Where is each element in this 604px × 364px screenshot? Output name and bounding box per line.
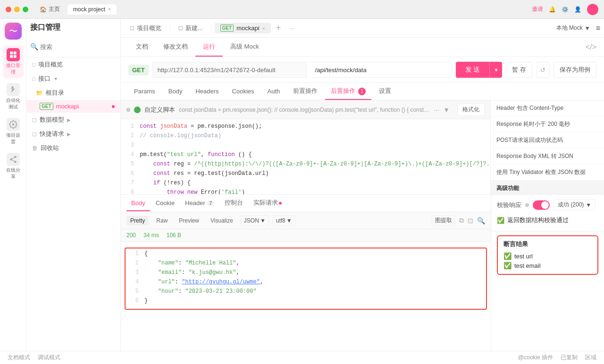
snippet-content-type[interactable]: Header 包含 Content-Type [491, 100, 604, 116]
tab-get-mockapi[interactable]: GET mockapi × [215, 23, 271, 33]
region-btn[interactable]: 区域 [585, 354, 596, 362]
snippet-post-status[interactable]: POST请求返回成功状态码 [491, 132, 604, 149]
tab-more-button[interactable]: ··· [286, 23, 299, 33]
resp-tab-console[interactable]: 控制台 [220, 195, 248, 212]
resp-format-raw[interactable]: Raw [152, 216, 171, 225]
search-icon[interactable]: 🔍 [477, 217, 485, 224]
sidebar-item-api[interactable]: 接口管理 [3, 45, 24, 78]
doc-mode-btn[interactable]: 文档模式 [8, 354, 30, 362]
trash-icon: 🗑 [32, 145, 38, 151]
settings-icon[interactable]: ⚙️ [562, 6, 569, 13]
tab-project-overview[interactable]: □ 项目概览 [125, 22, 167, 34]
tab-doc[interactable]: 文档 [128, 38, 156, 57]
req-tab-auth[interactable]: Auth [262, 84, 286, 99]
tab-divider-1 [170, 25, 170, 32]
script-collapse-icon[interactable]: ▼ [443, 106, 450, 114]
copy-status-btn[interactable]: 已复制 [561, 354, 578, 362]
snippets-list: Header 包含 Content-Type Response 耗时小于 200… [491, 100, 604, 194]
invite-btn[interactable]: 邀请 [532, 5, 543, 13]
validate-status-dropdown[interactable]: 成功 (200) ▼ [554, 199, 596, 210]
tab-advanced-mock[interactable]: 高级 Mock [223, 38, 267, 57]
req-tab-headers[interactable]: Headers [190, 84, 224, 99]
nav-item-mockapi[interactable]: GET mockapi [26, 100, 120, 113]
snippet-response-time[interactable]: Response 耗时小于 200 毫秒 [491, 116, 604, 132]
format-button[interactable]: 格式化 [457, 103, 485, 116]
request-tabs: Params Body Headers Cookies Auth 前置操作 后置… [121, 83, 604, 100]
minimize-button[interactable] [14, 7, 20, 12]
nav-item-trash[interactable]: 🗑 回收站 [26, 141, 120, 155]
resp-tab-header[interactable]: Header 7 [180, 196, 219, 211]
resp-tab-body[interactable]: Body [126, 196, 150, 211]
refresh-button[interactable]: ↺ [536, 62, 550, 78]
tab-new[interactable]: □ 新建... [173, 22, 209, 34]
drag-handle-icon[interactable] [126, 108, 130, 112]
req-tab-cookies[interactable]: Cookies [226, 84, 260, 99]
snippet-xml-to-json[interactable]: Response Body XML 转 JSON [491, 149, 604, 165]
nav-item-overview[interactable]: □ 项目概览 [26, 58, 120, 72]
tab-modify-doc[interactable]: 修改文档 [156, 38, 195, 57]
response-body: 1 { 2 "name": "Michelle Hall", 3 "email"… [121, 242, 491, 351]
sidebar-item-test[interactable]: 自动化测试 [3, 80, 24, 113]
resp-format-preview[interactable]: Preview [175, 216, 203, 225]
validate-toggle[interactable] [533, 200, 550, 210]
resp-tab-cookie[interactable]: Cookie [151, 196, 179, 211]
sidebar-item-settings[interactable]: 项目设置 [3, 115, 24, 148]
tab-mockapi-label: mockapi [236, 25, 259, 32]
req-tab-settings[interactable]: 设置 [373, 83, 397, 100]
resp-format-visualize[interactable]: Visualize [207, 216, 237, 225]
folder-icon: 📁 [36, 90, 43, 96]
tab-run[interactable]: 运行 [195, 38, 223, 57]
req-tab-body[interactable]: Body [163, 84, 188, 99]
script-header: 自定义脚本 const jsonData = pm.response.json(… [121, 100, 490, 119]
validate-label: 校验响应 [497, 201, 521, 209]
script-more-icon[interactable]: ··· [434, 106, 439, 114]
send-dropdown-button[interactable]: ▼ [489, 62, 502, 78]
home-tab[interactable]: 🏠 主页 [34, 3, 66, 15]
maximize-button[interactable] [23, 7, 28, 12]
tab-add-button[interactable]: + [272, 22, 285, 35]
script-editor[interactable]: 1 const jsonData = pm.response.json(); 2… [121, 119, 490, 194]
tab-close-icon[interactable]: × [108, 7, 111, 12]
expand-icon[interactable]: ⊡ [468, 217, 473, 224]
save-example-button[interactable]: 保存为用例 [554, 62, 596, 78]
nav-panel: 接口管理 🔍 ⊟ + □ 项目概览 □ 接口 ▼ 📁 根目录 GET mocka… [26, 19, 121, 351]
req-tab-post-ops[interactable]: 后置操作 1 [325, 83, 371, 100]
sidebar-item-share[interactable]: 在线分享 [3, 150, 24, 183]
status-code: 200 [126, 232, 136, 239]
copy-icon[interactable]: ⧉ [459, 216, 464, 224]
nav-item-quickrequest[interactable]: ◻ 快捷请求 ▶ [26, 127, 120, 141]
req-tab-params[interactable]: Params [128, 84, 161, 99]
response-toolbar: Pretty Raw Preview Visualize JSON ▼ utf8… [121, 212, 491, 229]
debug-mode-btn[interactable]: 调试模式 [38, 354, 60, 362]
extract-button[interactable]: 图提取 [432, 215, 455, 226]
validation-check-icon: ✅ [497, 217, 504, 224]
code-line-7: 7 if (!res) { [121, 180, 490, 189]
search-input[interactable] [40, 43, 119, 50]
tab-close-btn[interactable]: × [262, 25, 265, 31]
req-tab-pre-ops[interactable]: 前置操作 [287, 83, 323, 100]
resp-syntax-select[interactable]: JSON ▼ [241, 215, 269, 226]
top-menu-icon[interactable]: ≡ [596, 24, 600, 33]
resp-format-pretty[interactable]: Pretty [126, 216, 149, 225]
url-path-input[interactable]: /api/test/mock/data [310, 62, 452, 78]
code-icon[interactable]: </> [586, 43, 596, 51]
local-mock-toggle[interactable]: 本地 Mock ▼ [556, 24, 590, 32]
cookie-plugin-btn[interactable]: @cookie 插件 [518, 354, 553, 362]
send-button[interactable]: 发 送 [456, 62, 490, 78]
resp-encoding-select[interactable]: utf8 ▼ [273, 215, 295, 226]
method-tabs: 文档 修改文档 运行 高级 Mock </> [121, 38, 604, 57]
close-button[interactable] [6, 7, 11, 12]
resp-tab-actual-request[interactable]: 实际请求 [249, 195, 286, 212]
project-tab[interactable]: mock project × [67, 4, 117, 15]
api-icon [9, 50, 17, 59]
app-logo: 〜 [5, 23, 22, 40]
nav-item-datamodel[interactable]: ◻ 数据模型 ▶ [26, 113, 120, 127]
nav-item-api[interactable]: □ 接口 ▼ [26, 72, 120, 86]
url-base-input[interactable]: http://127.0.0.1:4523/m1/2472672-0-defau… [152, 62, 307, 78]
project-tab-label: mock project [73, 6, 105, 13]
save-temp-button[interactable]: 暂 存 [506, 62, 532, 78]
nav-item-root[interactable]: 📁 根目录 [26, 86, 120, 100]
tab-divider-2 [211, 25, 212, 32]
assert-url-label: test url [514, 253, 533, 260]
snippet-tiny-validator[interactable]: 使用 Tiny Validator 检查 JSON 数据 [491, 165, 604, 181]
